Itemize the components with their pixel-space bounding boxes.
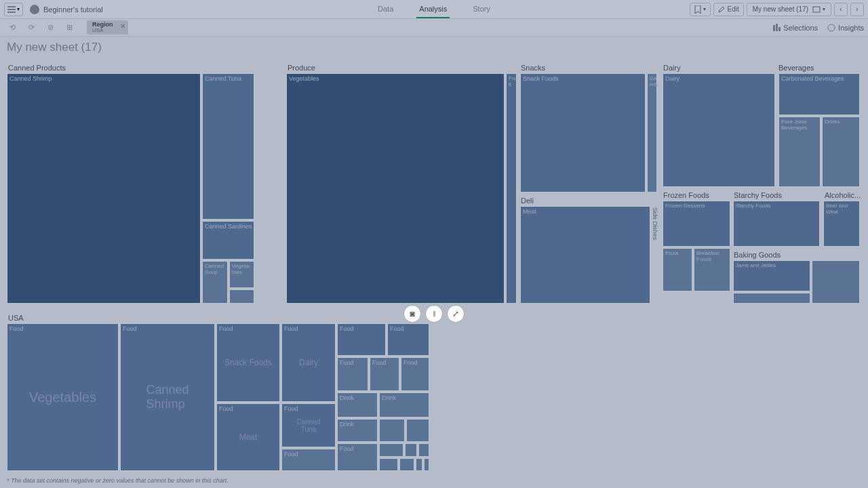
cell-vegetables[interactable]: Vegetables <box>286 73 505 304</box>
group-produce: Produce <box>288 64 315 72</box>
cell-fruit[interactable]: Fru-it <box>506 73 517 304</box>
cell-beer-wine[interactable]: Beer and Wine <box>823 201 860 247</box>
cell-baking-2[interactable] <box>733 293 810 304</box>
selection-chip-region[interactable]: Region USA ✕ <box>87 20 128 35</box>
svg-rect-1 <box>773 25 775 31</box>
usa-food-b[interactable]: Food <box>337 323 386 356</box>
cell-canned-shrimp[interactable]: Canned Shrimp <box>7 73 201 304</box>
chevron-right-icon: › <box>856 5 858 13</box>
snapshot-button[interactable]: ◙ <box>403 305 421 323</box>
chart-toolbar: ◙ ⦀ ⤢ <box>403 305 465 323</box>
bookmark-icon <box>694 5 701 14</box>
cell-candy[interactable]: Ca-ndy <box>647 73 657 192</box>
expand-icon: ⤢ <box>452 309 459 319</box>
cell-snack-foods[interactable]: Snack Foods <box>520 73 646 192</box>
group-canned: Canned Products <box>8 64 66 72</box>
usa-vegetables[interactable]: FoodVegetables <box>7 323 119 471</box>
top-tabs: Data Analysis Story <box>375 1 493 18</box>
cell-canned-sardines[interactable]: Canned Sardines <box>202 221 254 260</box>
usa-drink-c[interactable]: Drink <box>337 419 378 442</box>
usa-meat[interactable]: FoodMeat <box>216 403 280 471</box>
tab-story[interactable]: Story <box>470 1 493 18</box>
cell-pizza[interactable]: Pizza <box>663 248 692 291</box>
cell-pure-juice[interactable]: Pure Juice Beverages <box>778 117 821 187</box>
selection-bar: ⟲ ⟳ ⊘ ⊞ Region USA ✕ Selections Insights <box>0 19 868 37</box>
group-frozen: Frozen Foods <box>663 191 709 199</box>
sel-tool-3[interactable]: ⊘ <box>42 21 58 35</box>
camera-icon: ◙ <box>410 309 414 319</box>
usa-small-4[interactable] <box>405 443 417 457</box>
usa-dairy[interactable]: FoodDairy <box>281 323 336 402</box>
insights-tool[interactable]: Insights <box>827 24 864 32</box>
usa-small-1[interactable] <box>379 419 405 442</box>
usa-food-g[interactable]: Food <box>337 443 378 471</box>
svg-rect-3 <box>778 27 781 31</box>
cell-dairy[interactable]: Dairy <box>663 73 775 187</box>
edit-button[interactable]: Edit <box>713 3 744 16</box>
group-baking: Baking Goods <box>734 251 781 259</box>
sel-tool-2[interactable]: ⟳ <box>23 21 39 35</box>
usa-food-c[interactable]: Food <box>387 323 429 356</box>
hamburger-icon <box>7 6 16 13</box>
cell-side-dishes[interactable]: Side Dishes <box>652 207 658 240</box>
sel-tool-4[interactable]: ⊞ <box>61 21 77 35</box>
cell-canned-other[interactable] <box>229 289 254 304</box>
usa-small-8[interactable] <box>416 458 422 471</box>
insights-icon <box>827 24 835 32</box>
usa-canned-shrimp[interactable]: FoodCanned Shrimp <box>120 323 215 471</box>
fullscreen-button[interactable]: ⤢ <box>447 305 465 323</box>
usa-small-3[interactable] <box>379 443 403 457</box>
cell-meat[interactable]: Meat <box>520 206 650 304</box>
app-icon <box>30 5 39 14</box>
chevron-down-icon: ▾ <box>17 6 20 12</box>
cell-baking-3[interactable] <box>812 260 860 304</box>
usa-tuna[interactable]: FoodCanned Tuna <box>281 403 336 447</box>
usa-small-2[interactable] <box>406 419 429 442</box>
cell-vegeta[interactable]: Vegeta-bles <box>229 261 254 288</box>
tab-analysis[interactable]: Analysis <box>416 1 450 18</box>
menu-icon: ⦀ <box>433 309 436 319</box>
cell-starchy-foods[interactable]: Starchy Foods <box>733 201 820 247</box>
cell-breakfast[interactable]: Breakfast Foods <box>694 248 730 291</box>
sheet-title: My new sheet (17) <box>0 37 868 57</box>
group-alcoholic: Alcoholic... <box>825 191 861 199</box>
cell-drinks[interactable]: Drinks <box>822 117 860 187</box>
next-sheet-button[interactable]: › <box>850 3 864 16</box>
explore-button[interactable]: ⦀ <box>425 305 443 323</box>
usa-drink-a[interactable]: Drink <box>337 392 378 418</box>
sheet-icon <box>812 6 821 13</box>
cell-frozen-desserts[interactable]: Frozen Desserts <box>663 201 730 247</box>
svg-rect-2 <box>776 24 778 31</box>
sheet-selector[interactable]: My new sheet (17) ▾ <box>747 3 831 16</box>
usa-food-a[interactable]: Food <box>281 449 336 471</box>
close-icon[interactable]: ✕ <box>120 23 125 30</box>
usa-food-d[interactable]: Food <box>337 357 368 391</box>
pencil-icon <box>718 6 725 13</box>
usa-food-e[interactable]: Food <box>370 357 399 391</box>
chevron-down-icon: ▾ <box>703 6 706 12</box>
app-title: Beginner's tutorial <box>43 5 103 14</box>
tab-data[interactable]: Data <box>375 1 396 18</box>
menu-button[interactable]: ▾ <box>4 3 23 16</box>
group-usa: USA <box>8 314 24 322</box>
sel-tool-1[interactable]: ⟲ <box>4 21 20 35</box>
usa-small-5[interactable] <box>418 443 429 457</box>
prev-sheet-button[interactable]: ‹ <box>834 3 848 16</box>
selections-icon <box>772 24 781 32</box>
group-dairy: Dairy <box>663 64 681 72</box>
usa-small-9[interactable] <box>424 458 429 471</box>
bookmark-button[interactable]: ▾ <box>690 3 711 16</box>
cell-canned-soup[interactable]: Canned Soup <box>202 261 228 304</box>
usa-food-f[interactable]: Food <box>401 357 429 391</box>
cell-jams[interactable]: Jams and Jellies <box>733 260 810 291</box>
usa-small-6[interactable] <box>379 458 398 471</box>
svg-rect-0 <box>813 7 820 12</box>
group-deli: Deli <box>521 197 534 205</box>
cell-carbonated[interactable]: Carbonated Beverages <box>778 73 860 115</box>
selections-tool[interactable]: Selections <box>772 24 818 32</box>
group-snacks: Snacks <box>521 64 545 72</box>
usa-snack[interactable]: FoodSnack Foods <box>216 323 280 402</box>
cell-canned-tuna[interactable]: Canned Tuna <box>202 73 254 220</box>
usa-small-7[interactable] <box>399 458 414 471</box>
usa-drink-b[interactable]: Drink <box>379 392 429 418</box>
